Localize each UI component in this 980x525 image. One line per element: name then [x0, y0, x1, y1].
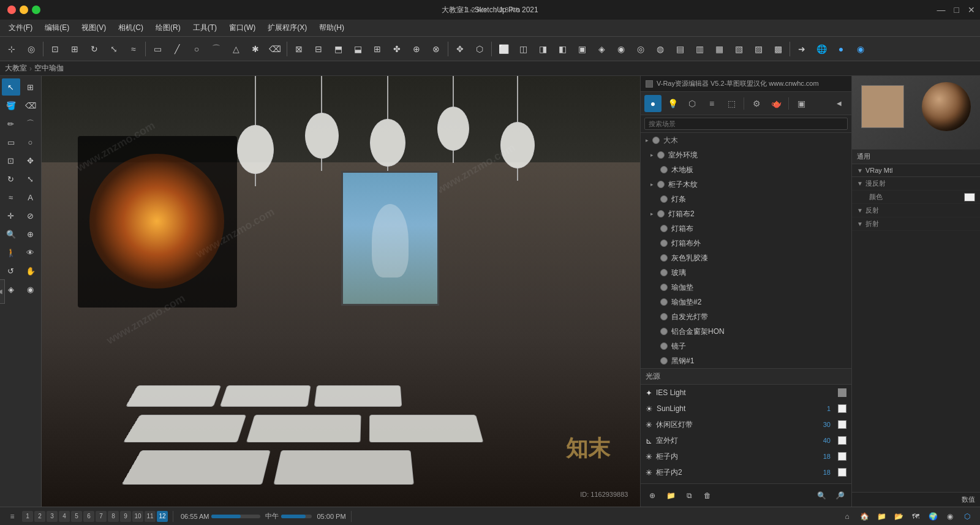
toolbar-rotate[interactable]: ↻	[85, 40, 104, 58]
vray-bb-search[interactable]: 🔍	[813, 488, 829, 503]
toolbar-push[interactable]: ⊡	[46, 40, 64, 58]
toolbar-box13[interactable]: ▧	[729, 40, 748, 58]
mat-item-dengxbw[interactable]: 灯箱布外	[641, 236, 851, 251]
menu-window[interactable]: 窗口(W)	[223, 21, 262, 34]
toolbar-arrow-right[interactable]: ➜	[793, 40, 811, 58]
toolbar-eraser[interactable]: ⌫	[266, 40, 284, 58]
light-leisure[interactable]: ✳ 休闲区灯带 30	[641, 417, 851, 432]
bi-globe[interactable]: 🌍	[925, 509, 941, 524]
menu-file[interactable]: 文件(F)	[2, 21, 39, 34]
toolbar-t3[interactable]: ⬒	[329, 40, 347, 58]
toolbar-box7[interactable]: ◉	[612, 40, 630, 58]
mat-item-daamu[interactable]: ▸ 大木	[641, 133, 851, 148]
vray-bb-add[interactable]: ⊕	[644, 488, 660, 503]
mat-item-huise[interactable]: 灰色乳胶漆	[641, 251, 851, 265]
close-button[interactable]	[7, 6, 16, 14]
toolbar-box2[interactable]: ◫	[514, 40, 532, 58]
lt-rotate[interactable]: ↻	[2, 170, 20, 187]
lt-pan[interactable]: ✋	[21, 262, 40, 279]
lt-line[interactable]: ✏	[2, 115, 20, 132]
bi-home[interactable]: ⌂	[839, 509, 855, 524]
bi-render[interactable]: ◉	[942, 509, 958, 524]
lt-zoom[interactable]: 🔍	[2, 225, 20, 243]
lt-push[interactable]: ⊡	[2, 152, 20, 169]
lt-zoom-window[interactable]: ⊕	[21, 225, 40, 243]
toolbar-t6[interactable]: ✤	[388, 40, 406, 58]
toolbar-3d[interactable]: ⬡	[470, 40, 489, 58]
mat-item-heigan[interactable]: 黑钢#1	[641, 353, 851, 368]
lt-arc[interactable]: ⌒	[21, 115, 40, 132]
mat-item-dengxb[interactable]: 灯箱布	[641, 221, 851, 236]
bi-house[interactable]: 🏠	[856, 509, 872, 524]
lt-walk[interactable]: 🚶	[2, 244, 20, 261]
toolbar-t7[interactable]: ⊕	[407, 40, 426, 58]
vray-bb-search2[interactable]: 🔎	[832, 488, 848, 503]
close-icon[interactable]: ✕	[968, 5, 975, 15]
bb-page-2[interactable]: 2	[34, 511, 45, 522]
toolbar-select[interactable]: ⊹	[2, 40, 21, 58]
mat-item-dengxb2[interactable]: ▸ 灯箱布2	[641, 206, 851, 221]
menu-help[interactable]: 帮助(H)	[313, 21, 350, 34]
lt-scale[interactable]: ⤡	[21, 170, 40, 187]
bb-page-1[interactable]: 1	[22, 511, 33, 522]
menu-tools[interactable]: 工具(T)	[187, 21, 223, 34]
bi-folder2[interactable]: 📂	[891, 509, 907, 524]
mat-item-zifaguang[interactable]: 自发光灯带	[641, 309, 851, 324]
breadcrumb-item-1[interactable]: 大教室	[5, 63, 27, 74]
vray-tb-cube[interactable]: ⬡	[684, 95, 701, 112]
lt-extra2[interactable]: ◉	[21, 281, 40, 298]
lt-axes[interactable]: ✛	[2, 207, 20, 224]
lt-section[interactable]: ⊘	[21, 207, 40, 224]
lt-move[interactable]: ✥	[21, 152, 40, 169]
toolbar-box5[interactable]: ▣	[573, 40, 591, 58]
toolbar-box15[interactable]: ▩	[769, 40, 787, 58]
toolbar-scale[interactable]: ⤡	[105, 40, 123, 58]
bb-page-3[interactable]: 3	[47, 511, 58, 522]
toolbar-rect[interactable]: ▭	[148, 40, 167, 58]
vray-checkbox[interactable]	[646, 80, 653, 88]
vray-bb-duplicate[interactable]: ⧉	[681, 488, 697, 503]
toolbar-t8[interactable]: ⊗	[427, 40, 445, 58]
color-swatch[interactable]	[964, 193, 975, 202]
toolbar-t2[interactable]: ⊟	[309, 40, 328, 58]
toolbar-t5[interactable]: ⊞	[368, 40, 386, 58]
vray-tb-sphere[interactable]: ●	[644, 95, 662, 112]
toolbar-circle[interactable]: ○	[187, 40, 206, 58]
lt-text[interactable]: A	[21, 189, 40, 206]
toolbar-box11[interactable]: ▥	[690, 40, 709, 58]
vray-tb-settings[interactable]: ⚙	[748, 95, 765, 112]
menu-view[interactable]: 视图(V)	[75, 21, 112, 34]
mat-item-lvhejin[interactable]: 铝合金窗架HON	[641, 324, 851, 339]
toolbar-vr2[interactable]: ◉	[851, 40, 870, 58]
minimize-button[interactable]	[20, 6, 28, 14]
toolbar-box9[interactable]: ◍	[651, 40, 669, 58]
bb-timeline-slider[interactable]	[211, 515, 260, 518]
toolbar-box10[interactable]: ▤	[671, 40, 689, 58]
toolbar-box3[interactable]: ◨	[533, 40, 552, 58]
menu-draw[interactable]: 绘图(R)	[149, 21, 187, 34]
restore-icon[interactable]: □	[954, 5, 959, 15]
lt-circle[interactable]: ○	[21, 134, 40, 151]
bb-page-6[interactable]: 6	[83, 511, 94, 522]
vray-tb-grid[interactable]: ▣	[793, 95, 810, 112]
mat-item-yoga[interactable]: 瑜伽垫	[641, 280, 851, 295]
light-ies[interactable]: ✦ IES Light	[641, 385, 851, 401]
mat-item-dengtiao[interactable]: 灯条	[641, 192, 851, 206]
toolbar-t1[interactable]: ⊠	[290, 40, 308, 58]
bi-folder[interactable]: 📁	[873, 509, 889, 524]
minimize-icon[interactable]: —	[937, 5, 946, 15]
toolbar-move[interactable]: ⊞	[66, 40, 84, 58]
toolbar-globe[interactable]: 🌐	[812, 40, 831, 58]
lt-eraser[interactable]: ⌫	[21, 97, 40, 114]
bb-page-5[interactable]: 5	[71, 511, 82, 522]
vray-tb-light[interactable]: 💡	[664, 95, 681, 112]
bb-timeline-slider2[interactable]	[281, 515, 312, 518]
lt-select-tool[interactable]: ↖	[2, 78, 20, 96]
light-cabinet[interactable]: ✳ 柜子内 18	[641, 448, 851, 464]
light-sun[interactable]: ☀ SunLight 1	[641, 401, 851, 417]
maximize-button[interactable]	[32, 6, 40, 14]
toolbar-freehand[interactable]: ✱	[246, 40, 265, 58]
bi-vr[interactable]: ⬡	[959, 509, 975, 524]
lt-component[interactable]: ⊞	[21, 78, 40, 96]
vray-tb-tea[interactable]: 🫖	[767, 95, 785, 112]
